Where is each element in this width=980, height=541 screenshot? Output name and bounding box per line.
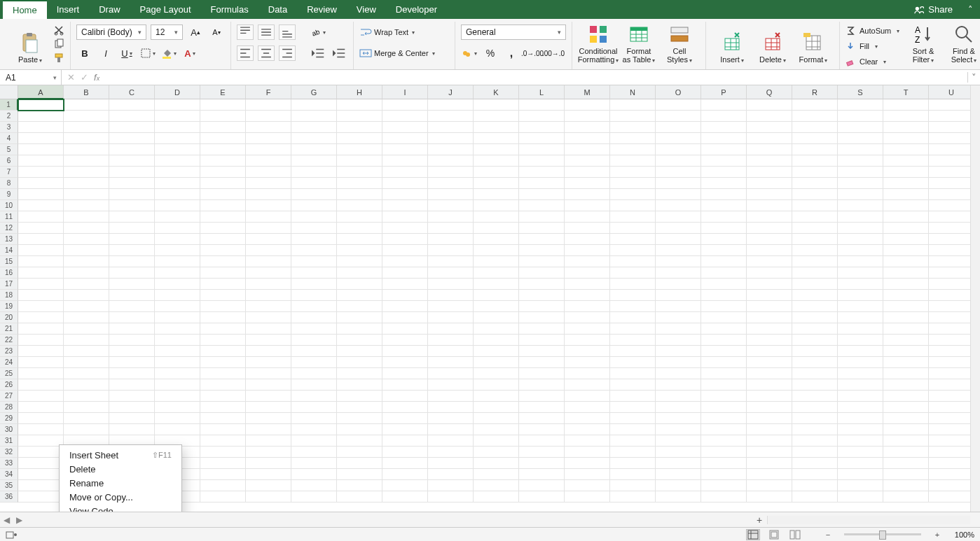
cell-O15[interactable] — [656, 256, 701, 267]
cell-U34[interactable] — [929, 469, 974, 480]
row-header-33[interactable]: 33 — [0, 458, 18, 469]
cell-D19[interactable] — [155, 301, 200, 312]
cell-U24[interactable] — [929, 357, 974, 368]
cell-L35[interactable] — [519, 480, 565, 491]
cell-C28[interactable] — [109, 402, 155, 413]
cell-A21[interactable] — [18, 323, 64, 335]
cell-N28[interactable] — [610, 402, 656, 413]
spreadsheet-grid[interactable]: ABCDEFGHIJKLMNOPQRSTU 123456789101112131… — [0, 85, 980, 512]
cell-P18[interactable] — [701, 290, 747, 301]
cell-G11[interactable] — [291, 211, 337, 223]
cell-U7[interactable] — [929, 167, 974, 178]
cell-L5[interactable] — [519, 144, 565, 155]
cell-F23[interactable] — [246, 346, 291, 357]
cell-M6[interactable] — [565, 155, 610, 167]
cell-U17[interactable] — [929, 279, 974, 290]
cell-H28[interactable] — [337, 402, 382, 413]
cell-U9[interactable] — [929, 189, 974, 200]
cell-F16[interactable] — [246, 267, 291, 279]
cell-U4[interactable] — [929, 133, 974, 144]
cell-J21[interactable] — [428, 323, 474, 335]
cell-F3[interactable] — [246, 122, 291, 133]
cell-S13[interactable] — [838, 234, 883, 245]
cell-T35[interactable] — [883, 480, 929, 491]
fill-color-button[interactable]: ▾ — [160, 45, 177, 61]
cell-K31[interactable] — [474, 435, 519, 447]
cell-M8[interactable] — [565, 178, 610, 189]
cell-C10[interactable] — [109, 200, 155, 211]
cell-S9[interactable] — [838, 189, 883, 200]
clear-button[interactable]: Clear▾ — [846, 55, 903, 68]
cell-P35[interactable] — [701, 480, 747, 491]
cell-G29[interactable] — [291, 413, 337, 424]
cell-E34[interactable] — [200, 469, 246, 480]
bold-button[interactable]: B — [76, 45, 93, 61]
cell-D21[interactable] — [155, 323, 200, 335]
cell-E13[interactable] — [200, 234, 246, 245]
cell-I9[interactable] — [382, 189, 428, 200]
cell-L32[interactable] — [519, 447, 565, 458]
cell-P16[interactable] — [701, 267, 747, 279]
cell-B2[interactable] — [64, 111, 109, 122]
cell-J27[interactable] — [428, 391, 474, 402]
cell-E15[interactable] — [200, 256, 246, 267]
cell-H21[interactable] — [337, 323, 382, 335]
cell-Q10[interactable] — [747, 200, 792, 211]
cell-P21[interactable] — [701, 323, 747, 335]
cell-H33[interactable] — [337, 458, 382, 469]
cell-B10[interactable] — [64, 200, 109, 211]
cell-S29[interactable] — [838, 413, 883, 424]
tab-data[interactable]: Data — [258, 0, 297, 19]
cell-P12[interactable] — [701, 223, 747, 234]
cell-D26[interactable] — [155, 379, 200, 391]
cell-J11[interactable] — [428, 211, 474, 223]
increase-font-icon[interactable]: A▴ — [187, 24, 204, 40]
cell-I13[interactable] — [382, 234, 428, 245]
cell-F6[interactable] — [246, 155, 291, 167]
cell-E16[interactable] — [200, 267, 246, 279]
cell-E32[interactable] — [200, 447, 246, 458]
cell-A4[interactable] — [18, 133, 64, 144]
cell-M32[interactable] — [565, 447, 610, 458]
cell-A30[interactable] — [18, 424, 64, 435]
cell-A33[interactable] — [18, 458, 64, 469]
cell-P8[interactable] — [701, 178, 747, 189]
cell-R15[interactable] — [792, 256, 838, 267]
row-header-27[interactable]: 27 — [0, 391, 18, 402]
row-header-30[interactable]: 30 — [0, 424, 18, 435]
cell-M11[interactable] — [565, 211, 610, 223]
cell-S1[interactable] — [838, 99, 883, 111]
cell-S16[interactable] — [838, 267, 883, 279]
cell-Q32[interactable] — [747, 447, 792, 458]
cell-F9[interactable] — [246, 189, 291, 200]
row-header-22[interactable]: 22 — [0, 335, 18, 346]
cell-J4[interactable] — [428, 133, 474, 144]
cell-F1[interactable] — [246, 99, 291, 111]
cell-E24[interactable] — [200, 357, 246, 368]
cell-R11[interactable] — [792, 211, 838, 223]
column-header-P[interactable]: P — [701, 85, 747, 99]
cell-D22[interactable] — [155, 335, 200, 346]
cell-Q9[interactable] — [747, 189, 792, 200]
page-layout-view-button[interactable] — [767, 529, 781, 540]
cell-R17[interactable] — [792, 279, 838, 290]
cell-K11[interactable] — [474, 211, 519, 223]
cell-D9[interactable] — [155, 189, 200, 200]
cell-M23[interactable] — [565, 346, 610, 357]
cell-C18[interactable] — [109, 290, 155, 301]
cell-N13[interactable] — [610, 234, 656, 245]
paste-button[interactable]: Paste▾ — [10, 22, 50, 66]
cell-N6[interactable] — [610, 155, 656, 167]
cell-J36[interactable] — [428, 491, 474, 503]
cell-P6[interactable] — [701, 155, 747, 167]
cell-H17[interactable] — [337, 279, 382, 290]
cell-D3[interactable] — [155, 122, 200, 133]
cell-E11[interactable] — [200, 211, 246, 223]
zoom-value[interactable]: 100% — [949, 531, 974, 539]
cell-J8[interactable] — [428, 178, 474, 189]
cell-C3[interactable] — [109, 122, 155, 133]
cell-R33[interactable] — [792, 458, 838, 469]
cell-M35[interactable] — [565, 480, 610, 491]
row-header-17[interactable]: 17 — [0, 279, 18, 290]
cell-L28[interactable] — [519, 402, 565, 413]
